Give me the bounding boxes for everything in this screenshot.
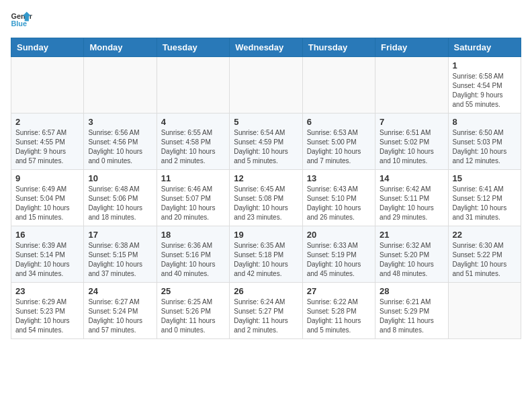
- calendar-cell: 7Sunrise: 6:51 AM Sunset: 5:02 PM Daylig…: [375, 113, 448, 170]
- day-header-monday: Monday: [84, 38, 157, 57]
- calendar-week-1: 1Sunrise: 6:58 AM Sunset: 4:54 PM Daylig…: [11, 57, 521, 113]
- calendar-table: SundayMondayTuesdayWednesdayThursdayFrid…: [11, 38, 521, 339]
- calendar-cell: 15Sunrise: 6:41 AM Sunset: 5:12 PM Dayli…: [448, 170, 521, 226]
- day-number: 5: [234, 117, 298, 127]
- day-info: Sunrise: 6:46 AM Sunset: 5:07 PM Dayligh…: [161, 185, 225, 222]
- day-info: Sunrise: 6:35 AM Sunset: 5:18 PM Dayligh…: [234, 241, 298, 279]
- day-number: 22: [453, 230, 517, 240]
- calendar-header-row: SundayMondayTuesdayWednesdayThursdayFrid…: [11, 38, 521, 57]
- calendar-cell: 24Sunrise: 6:27 AM Sunset: 5:24 PM Dayli…: [84, 283, 157, 339]
- day-number: 4: [161, 117, 225, 127]
- calendar-cell: 9Sunrise: 6:49 AM Sunset: 5:04 PM Daylig…: [11, 170, 84, 226]
- day-info: Sunrise: 6:48 AM Sunset: 5:06 PM Dayligh…: [88, 185, 152, 222]
- calendar-cell: [448, 283, 521, 339]
- day-info: Sunrise: 6:51 AM Sunset: 5:02 PM Dayligh…: [380, 128, 443, 166]
- calendar-week-2: 2Sunrise: 6:57 AM Sunset: 4:55 PM Daylig…: [11, 113, 521, 170]
- day-number: 14: [380, 173, 443, 183]
- day-info: Sunrise: 6:50 AM Sunset: 5:03 PM Dayligh…: [453, 128, 517, 166]
- calendar-cell: 1Sunrise: 6:58 AM Sunset: 4:54 PM Daylig…: [448, 57, 521, 113]
- calendar-cell: 14Sunrise: 6:42 AM Sunset: 5:11 PM Dayli…: [375, 170, 448, 226]
- day-info: Sunrise: 6:41 AM Sunset: 5:12 PM Dayligh…: [453, 185, 517, 222]
- page-header: General Blue: [11, 11, 521, 30]
- day-number: 23: [15, 286, 79, 296]
- day-number: 27: [307, 286, 371, 296]
- day-info: Sunrise: 6:21 AM Sunset: 5:29 PM Dayligh…: [380, 298, 443, 335]
- day-header-tuesday: Tuesday: [157, 38, 229, 57]
- day-number: 12: [234, 173, 298, 183]
- calendar-cell: 20Sunrise: 6:33 AM Sunset: 5:19 PM Dayli…: [302, 226, 375, 283]
- day-number: 7: [380, 117, 443, 127]
- day-number: 17: [88, 230, 152, 240]
- day-info: Sunrise: 6:24 AM Sunset: 5:27 PM Dayligh…: [234, 298, 298, 335]
- day-info: Sunrise: 6:57 AM Sunset: 4:55 PM Dayligh…: [15, 128, 79, 166]
- day-info: Sunrise: 6:25 AM Sunset: 5:26 PM Dayligh…: [161, 298, 225, 335]
- day-header-saturday: Saturday: [448, 38, 521, 57]
- day-header-friday: Friday: [375, 38, 448, 57]
- calendar-cell: [302, 57, 375, 113]
- calendar-cell: 13Sunrise: 6:43 AM Sunset: 5:10 PM Dayli…: [302, 170, 375, 226]
- calendar-week-5: 23Sunrise: 6:29 AM Sunset: 5:23 PM Dayli…: [11, 283, 521, 339]
- day-info: Sunrise: 6:56 AM Sunset: 4:56 PM Dayligh…: [88, 128, 152, 166]
- logo: General Blue: [11, 11, 32, 30]
- day-info: Sunrise: 6:38 AM Sunset: 5:15 PM Dayligh…: [88, 241, 152, 279]
- calendar-cell: [230, 57, 302, 113]
- day-info: Sunrise: 6:36 AM Sunset: 5:16 PM Dayligh…: [161, 241, 225, 279]
- calendar-cell: [375, 57, 448, 113]
- calendar-week-3: 9Sunrise: 6:49 AM Sunset: 5:04 PM Daylig…: [11, 170, 521, 226]
- calendar-cell: 10Sunrise: 6:48 AM Sunset: 5:06 PM Dayli…: [84, 170, 157, 226]
- day-info: Sunrise: 6:54 AM Sunset: 4:59 PM Dayligh…: [234, 128, 298, 166]
- day-number: 9: [15, 173, 79, 183]
- day-number: 19: [234, 230, 298, 240]
- calendar-cell: 25Sunrise: 6:25 AM Sunset: 5:26 PM Dayli…: [157, 283, 229, 339]
- day-info: Sunrise: 6:55 AM Sunset: 4:58 PM Dayligh…: [161, 128, 225, 166]
- calendar-cell: 8Sunrise: 6:50 AM Sunset: 5:03 PM Daylig…: [448, 113, 521, 170]
- day-info: Sunrise: 6:45 AM Sunset: 5:08 PM Dayligh…: [234, 185, 298, 222]
- day-info: Sunrise: 6:58 AM Sunset: 4:54 PM Dayligh…: [453, 72, 517, 109]
- calendar-cell: 2Sunrise: 6:57 AM Sunset: 4:55 PM Daylig…: [11, 113, 84, 170]
- day-header-thursday: Thursday: [302, 38, 375, 57]
- calendar-cell: 28Sunrise: 6:21 AM Sunset: 5:29 PM Dayli…: [375, 283, 448, 339]
- calendar-cell: 22Sunrise: 6:30 AM Sunset: 5:22 PM Dayli…: [448, 226, 521, 283]
- calendar-cell: 12Sunrise: 6:45 AM Sunset: 5:08 PM Dayli…: [230, 170, 302, 226]
- day-number: 10: [88, 173, 152, 183]
- day-number: 15: [453, 173, 517, 183]
- calendar-cell: 18Sunrise: 6:36 AM Sunset: 5:16 PM Dayli…: [157, 226, 229, 283]
- day-number: 25: [161, 286, 225, 296]
- calendar-cell: 17Sunrise: 6:38 AM Sunset: 5:15 PM Dayli…: [84, 226, 157, 283]
- day-number: 13: [307, 173, 371, 183]
- calendar-cell: 3Sunrise: 6:56 AM Sunset: 4:56 PM Daylig…: [84, 113, 157, 170]
- day-info: Sunrise: 6:22 AM Sunset: 5:28 PM Dayligh…: [307, 298, 371, 335]
- day-number: 2: [15, 117, 79, 127]
- day-number: 3: [88, 117, 152, 127]
- calendar-cell: 11Sunrise: 6:46 AM Sunset: 5:07 PM Dayli…: [157, 170, 229, 226]
- day-info: Sunrise: 6:39 AM Sunset: 5:14 PM Dayligh…: [15, 241, 79, 279]
- day-header-wednesday: Wednesday: [230, 38, 302, 57]
- day-number: 6: [307, 117, 371, 127]
- day-number: 21: [380, 230, 443, 240]
- day-number: 28: [380, 286, 443, 296]
- calendar-week-4: 16Sunrise: 6:39 AM Sunset: 5:14 PM Dayli…: [11, 226, 521, 283]
- day-info: Sunrise: 6:32 AM Sunset: 5:20 PM Dayligh…: [380, 241, 443, 279]
- calendar-cell: 19Sunrise: 6:35 AM Sunset: 5:18 PM Dayli…: [230, 226, 302, 283]
- calendar-cell: 6Sunrise: 6:53 AM Sunset: 5:00 PM Daylig…: [302, 113, 375, 170]
- day-number: 8: [453, 117, 517, 127]
- day-info: Sunrise: 6:49 AM Sunset: 5:04 PM Dayligh…: [15, 185, 79, 222]
- logo-icon: General Blue: [11, 11, 32, 30]
- day-number: 1: [453, 60, 517, 71]
- calendar-cell: [11, 57, 84, 113]
- calendar-cell: 21Sunrise: 6:32 AM Sunset: 5:20 PM Dayli…: [375, 226, 448, 283]
- calendar-cell: 23Sunrise: 6:29 AM Sunset: 5:23 PM Dayli…: [11, 283, 84, 339]
- day-info: Sunrise: 6:27 AM Sunset: 5:24 PM Dayligh…: [88, 298, 152, 335]
- calendar-cell: 16Sunrise: 6:39 AM Sunset: 5:14 PM Dayli…: [11, 226, 84, 283]
- day-number: 24: [88, 286, 152, 296]
- svg-text:Blue: Blue: [11, 19, 27, 28]
- day-info: Sunrise: 6:30 AM Sunset: 5:22 PM Dayligh…: [453, 241, 517, 279]
- day-info: Sunrise: 6:42 AM Sunset: 5:11 PM Dayligh…: [380, 185, 443, 222]
- day-number: 16: [15, 230, 79, 240]
- day-header-sunday: Sunday: [11, 38, 84, 57]
- calendar-cell: [157, 57, 229, 113]
- calendar-cell: [84, 57, 157, 113]
- calendar-cell: 27Sunrise: 6:22 AM Sunset: 5:28 PM Dayli…: [302, 283, 375, 339]
- day-info: Sunrise: 6:33 AM Sunset: 5:19 PM Dayligh…: [307, 241, 371, 279]
- day-info: Sunrise: 6:29 AM Sunset: 5:23 PM Dayligh…: [15, 298, 79, 335]
